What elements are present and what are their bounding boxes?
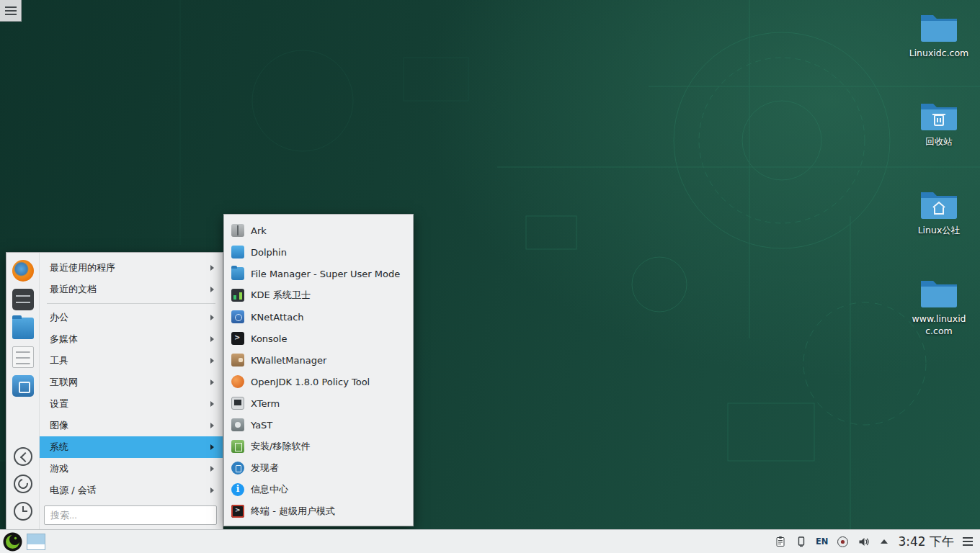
- panel-settings-icon[interactable]: [961, 534, 974, 549]
- category-recent-docs[interactable]: 最近的文档: [40, 279, 223, 300]
- submenu-arrow-icon: [210, 265, 214, 271]
- keyboard-layout-indicator[interactable]: EN: [816, 536, 828, 547]
- menu-item-kwalletmanager[interactable]: KWalletManager: [224, 349, 413, 371]
- application-launcher-menu: 最近使用的程序 最近的文档 办公 多媒体 工具 互联网: [6, 252, 223, 531]
- menu-separator: [47, 303, 215, 304]
- desktop: Linuxidc.com 回收站: [0, 0, 980, 553]
- software-center-icon[interactable]: [12, 375, 34, 397]
- desktop-icon-label: www.linuxidc.com: [909, 313, 969, 338]
- category-utilities[interactable]: 工具: [40, 350, 223, 372]
- software-install-icon: [231, 440, 244, 453]
- menu-item-openjdk-policytool[interactable]: OpenJDK 1.8.0 Policy Tool: [224, 371, 413, 392]
- menu-item-discover[interactable]: 发现者: [224, 457, 413, 479]
- input-method-icon[interactable]: [836, 535, 849, 548]
- terminal-icon: [231, 332, 244, 345]
- desktop-icon-trash[interactable]: 回收站: [906, 99, 971, 148]
- network-attach-icon: [231, 310, 244, 323]
- corner-hamburger-button[interactable]: [0, 0, 22, 22]
- category-multimedia[interactable]: 多媒体: [40, 328, 223, 350]
- desktop-icon-linuxidc[interactable]: Linuxidc.com: [906, 10, 971, 60]
- category-office[interactable]: 办公: [40, 307, 223, 328]
- session-buttons-column: [6, 447, 40, 521]
- system-tray: EN: [774, 535, 891, 548]
- submenu-arrow-icon: [210, 287, 214, 292]
- menu-item-install-remove-software[interactable]: 安装/移除软件: [224, 436, 413, 457]
- category-graphics[interactable]: 图像: [40, 415, 223, 436]
- submenu-arrow-icon: [210, 487, 214, 493]
- yast-icon: [231, 418, 244, 431]
- submenu-arrow-icon: [210, 379, 214, 385]
- back-button[interactable]: [14, 447, 32, 466]
- submenu-arrow-icon: [210, 466, 214, 472]
- clock[interactable]: 3:42 下午: [898, 534, 954, 550]
- system-submenu: Ark Dolphin File Manager - Super User Mo…: [223, 214, 414, 526]
- submenu-arrow-icon: [210, 358, 214, 364]
- clipboard-icon[interactable]: [774, 535, 787, 548]
- folder-icon: [919, 276, 959, 309]
- category-games[interactable]: 游戏: [40, 458, 223, 480]
- desktop-pager[interactable]: [27, 534, 45, 550]
- menu-item-dolphin[interactable]: Dolphin: [224, 241, 413, 263]
- taskbar: EN 3:42 下午: [0, 529, 980, 553]
- desktop-icon-label: Linux公社: [918, 225, 961, 237]
- file-manager-icon[interactable]: [12, 318, 34, 339]
- settings-sliders-icon[interactable]: [12, 289, 34, 310]
- category-system[interactable]: 系统: [40, 436, 223, 458]
- menu-item-konsole[interactable]: Konsole: [224, 328, 413, 349]
- menu-item-terminal-superuser[interactable]: 终端 - 超级用户模式: [224, 500, 413, 522]
- menu-item-infocenter[interactable]: 信息中心: [224, 479, 413, 500]
- submenu-arrow-icon: [210, 423, 214, 428]
- xterm-icon: [231, 397, 244, 410]
- desktop-icon-www-linuxidc[interactable]: www.linuxidc.com: [906, 276, 971, 338]
- category-power-session[interactable]: 电源 / 会话: [40, 480, 223, 501]
- firefox-icon[interactable]: [12, 260, 34, 282]
- discover-icon: [231, 462, 244, 475]
- menu-item-xterm[interactable]: XTerm: [224, 392, 413, 414]
- info-center-icon: [231, 483, 244, 496]
- dolphin-icon: [231, 246, 244, 258]
- terminal-root-icon: [231, 505, 244, 518]
- submenu-arrow-icon: [210, 315, 214, 320]
- menu-item-filemanager-super[interactable]: File Manager - Super User Mode: [224, 263, 413, 284]
- category-settings[interactable]: 设置: [40, 393, 223, 415]
- menu-item-yast[interactable]: YaST: [224, 414, 413, 436]
- category-internet[interactable]: 互联网: [40, 372, 223, 393]
- favorites-column: [6, 260, 40, 397]
- menu-item-knetattach[interactable]: KNetAttach: [224, 306, 413, 328]
- device-notifier-icon[interactable]: [795, 535, 808, 548]
- folder-icon: [231, 267, 244, 280]
- menu-item-ark[interactable]: Ark: [224, 220, 413, 241]
- expand-tray-arrow-icon[interactable]: [878, 535, 891, 548]
- trash-icon: [919, 99, 959, 132]
- launcher-categories: 最近使用的程序 最近的文档 办公 多媒体 工具 互联网: [40, 257, 223, 501]
- submenu-arrow-icon: [210, 401, 214, 407]
- search-input[interactable]: [44, 505, 217, 525]
- ark-icon: [231, 224, 244, 237]
- java-icon: [231, 375, 244, 388]
- desktop-icon-label: 回收站: [925, 136, 953, 148]
- folder-icon: [919, 10, 959, 43]
- volume-icon[interactable]: [857, 535, 870, 548]
- system-monitor-icon: [231, 289, 244, 302]
- hamburger-menu-icon: [5, 6, 17, 8]
- home-folder-icon: [919, 187, 959, 220]
- wallet-icon: [231, 354, 244, 367]
- shutdown-button[interactable]: [14, 502, 32, 521]
- desktop-icon-label: Linuxidc.com: [909, 48, 969, 60]
- document-icon[interactable]: [12, 346, 34, 368]
- restart-button[interactable]: [14, 475, 32, 493]
- application-launcher-button[interactable]: [3, 532, 22, 552]
- opensuse-logo-icon: [3, 532, 22, 552]
- launcher-sidebar: [6, 253, 40, 530]
- submenu-arrow-icon: [210, 336, 214, 342]
- menu-item-ksysguard[interactable]: KDE 系统卫士: [224, 284, 413, 306]
- category-recent-apps[interactable]: 最近使用的程序: [40, 257, 223, 279]
- submenu-arrow-icon: [210, 444, 214, 450]
- desktop-icon-home[interactable]: Linux公社: [906, 187, 971, 237]
